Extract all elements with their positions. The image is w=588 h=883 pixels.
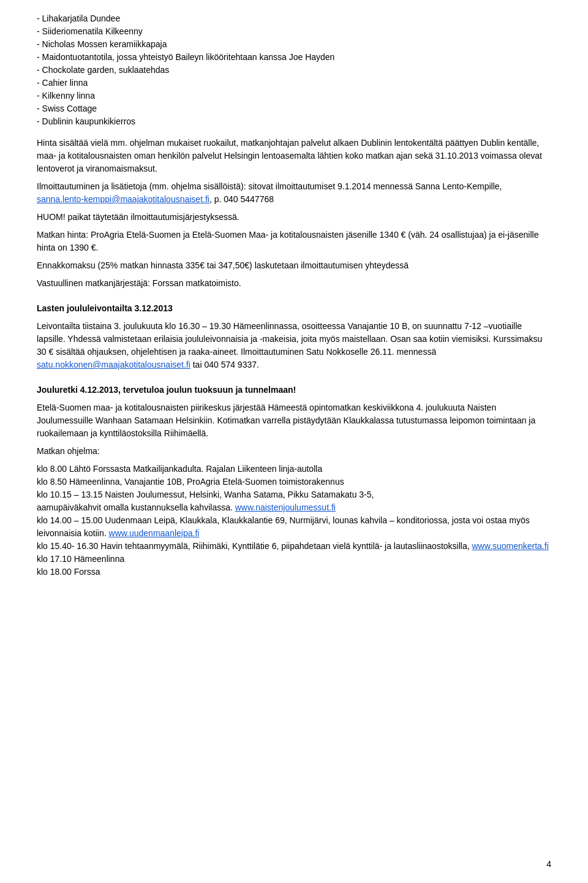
ohjelma-item-kahvila-text: aamupäiväkahvit omalla kustannuksella ka… <box>37 502 233 512</box>
list-item: - Chockolate garden, suklaatehdas <box>37 64 551 77</box>
intro-paragraph: Hinta sisältää vielä mm. ohjelman mukais… <box>37 137 551 175</box>
list-item: - Swiss Cottage <box>37 102 551 115</box>
list-item: - Siideriomenatila Kilkeenny <box>37 25 551 38</box>
jouluretki-paragraph: Etelä-Suomen maa- ja kotitalousnaisten p… <box>37 401 551 440</box>
ohjelma-item: klo 18.00 Forssa <box>37 566 551 578</box>
jouluretki-heading: Jouluretki 4.12.2013, tervetuloa joulun … <box>37 384 551 396</box>
ilmo-text-end: , p. 040 5447768 <box>209 194 274 204</box>
suomenkerta-link[interactable]: www.suomenkerta.fi <box>472 541 548 551</box>
list-item: - Maidontuotantotila, jossa yhteistyö Ba… <box>37 51 551 64</box>
list-item: - Dublinin kaupunkikierros <box>37 115 551 128</box>
lasten-heading: Lasten joululeivontailta 3.12.2013 <box>37 302 551 315</box>
naistenjoulumessut-link[interactable]: www.naistenjoulumessut.fi <box>235 502 336 512</box>
list-item: - Cahier linna <box>37 77 551 89</box>
ohjelma-section: klo 8.00 Lähtö Forssasta Matkailijankadu… <box>37 463 551 578</box>
list-item: - Nicholas Mossen keramiikkapaja <box>37 38 551 51</box>
ohjelma-item: klo 17.10 Hämeenlinna <box>37 553 551 566</box>
page-number: 4 <box>546 858 551 871</box>
list-section: - Lihakarjatila Dundee - Siideriomenatil… <box>37 12 551 128</box>
leivontailta-text-1: Leivontailta tiistaina 3. joulukuuta klo… <box>37 321 542 357</box>
vastuullinen-paragraph: Vastuullinen matkanjärjestäjä: Forssan m… <box>37 277 551 290</box>
ilmo-email-link[interactable]: sanna.lento-kemppi@maajakotitalousnaiset… <box>37 194 209 204</box>
ilmo-paragraph: Ilmoittautuminen ja lisätietoja (mm. ohj… <box>37 180 551 206</box>
list-item: - Kilkenny linna <box>37 89 551 102</box>
ohjelma-item: klo 10.15 – 13.15 Naisten Joulumessut, H… <box>37 488 551 501</box>
ohjelma-item-havin: klo 15.40- 16.30 Havin tehtaanmyymälä, R… <box>37 540 551 553</box>
huom-paragraph: HUOM! paikat täytetään ilmoittautumisjär… <box>37 211 551 224</box>
ohjelma-item-kahvila: aamupäiväkahvit omalla kustannuksella ka… <box>37 501 551 514</box>
ohjelma-item: klo 8.50 Hämeenlinna, Vanajantie 10B, Pr… <box>37 476 551 488</box>
list-item: - Lihakarjatila Dundee <box>37 12 551 25</box>
leivontailta-paragraph: Leivontailta tiistaina 3. joulukuuta klo… <box>37 320 551 371</box>
ohjelma-item: klo 8.00 Lähtö Forssasta Matkailijankadu… <box>37 463 551 476</box>
matkan-ohjelma-label: Matkan ohjelma: <box>37 445 551 458</box>
ilmo-text-1: Ilmoittautuminen ja lisätietoja (mm. ohj… <box>37 181 502 191</box>
page-content: - Lihakarjatila Dundee - Siideriomenatil… <box>37 12 551 578</box>
ennakko-paragraph: Ennakkomaksu (25% matkan hinnasta 335€ t… <box>37 259 551 272</box>
ohjelma-item-havin-text: klo 15.40- 16.30 Havin tehtaanmyymälä, R… <box>37 541 470 551</box>
satu-email-link[interactable]: satu.nokkonen@maajakotitalousnaiset.fi <box>37 360 190 369</box>
matkan-hinta-paragraph: Matkan hinta: ProAgria Etelä-Suomen ja E… <box>37 229 551 254</box>
uudenmaanleipa-link[interactable]: www.uudenmaanleipa.fi <box>109 528 200 538</box>
leivontailta-text-end: tai 040 574 9337. <box>190 360 259 369</box>
ohjelma-item-uudenmaanleipa: klo 14.00 – 15.00 Uudenmaan Leipä, Klauk… <box>37 514 551 540</box>
